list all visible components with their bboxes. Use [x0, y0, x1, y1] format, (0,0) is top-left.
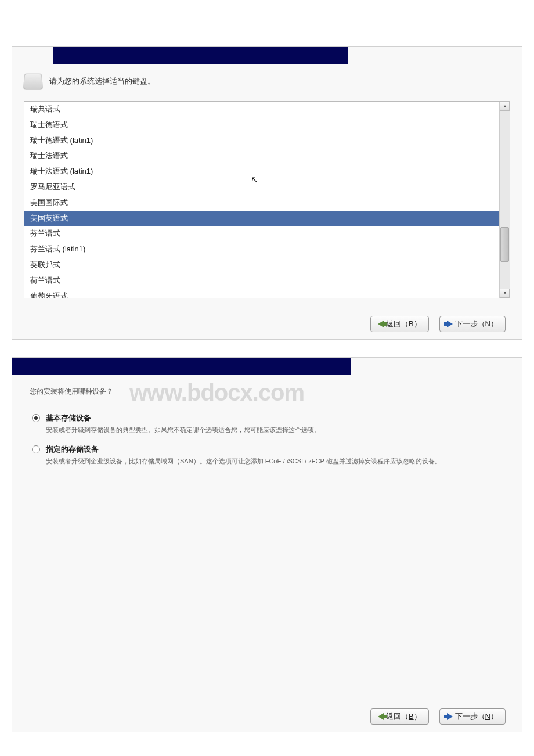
storage-selection-panel: 您的安装将使用哪种设备？ www.bdocx.com 基本存储设备安装或者升级到… [12, 357, 522, 732]
radio-title: 基本存储设备 [46, 413, 504, 423]
radio-title: 指定的存储设备 [46, 444, 504, 455]
back-button[interactable]: 返回（B） [370, 708, 429, 725]
keyboard-selection-panel: 请为您的系统选择适当的键盘。 瑞典语式瑞士德语式瑞士德语式 (latin1)瑞士… [12, 46, 522, 340]
window-titlebar [12, 358, 522, 375]
next-label: 下一步（ [455, 712, 485, 721]
scroll-track[interactable] [500, 111, 510, 289]
arrow-left-icon [378, 321, 384, 327]
keyboard-option[interactable]: 美国英语式 [24, 211, 499, 226]
keyboard-option[interactable]: 英联邦式 [24, 257, 499, 273]
arrow-right-icon [447, 321, 453, 327]
keyboard-option[interactable]: 葡萄牙语式 [24, 289, 499, 298]
scroll-thumb[interactable] [500, 227, 509, 262]
radio-button[interactable] [32, 445, 40, 453]
titlebar-accent [53, 47, 348, 64]
back-label: 返回（ [386, 712, 409, 721]
back-mnemonic: B [409, 712, 414, 721]
nav-button-row: 返回（B） 下一步（N） [12, 303, 522, 339]
keyboard-option[interactable]: 芬兰语式 [24, 226, 499, 242]
back-button[interactable]: 返回（B） [370, 316, 429, 332]
keyboard-listbox[interactable]: 瑞典语式瑞士德语式瑞士德语式 (latin1)瑞士法语式瑞士法语式 (latin… [24, 102, 499, 298]
keyboard-listbox-container: 瑞典语式瑞士德语式瑞士德语式 (latin1)瑞士法语式瑞士法语式 (latin… [24, 101, 510, 298]
radio-description: 安装或者升级到存储设备的典型类型。如果您不确定哪个选项适合您，您可能应该选择这个… [46, 425, 504, 435]
radio-button[interactable] [32, 414, 40, 422]
next-label: 下一步（ [455, 319, 485, 328]
content-spacer [12, 481, 522, 696]
radio-content: 指定的存储设备安装或者升级到企业级设备，比如存储局域网（SAN）。这个选项可让您… [46, 444, 504, 466]
window-titlebar [12, 47, 522, 64]
keyboard-option[interactable]: 瑞士德语式 (latin1) [24, 133, 499, 149]
arrow-right-icon [447, 713, 453, 720]
keyboard-option[interactable]: 瑞士法语式 (latin1) [24, 164, 499, 179]
back-mnemonic: B [409, 319, 414, 328]
scrollbar[interactable]: ▴ ▾ [499, 102, 510, 298]
next-mnemonic: N [485, 319, 490, 328]
next-mnemonic: N [485, 712, 490, 721]
storage-radio-group: 基本存储设备安装或者升级到存储设备的典型类型。如果您不确定哪个选项适合您，您可能… [12, 413, 522, 481]
storage-option[interactable]: 指定的存储设备安装或者升级到企业级设备，比如存储局域网（SAN）。这个选项可让您… [32, 444, 504, 466]
question-row: 您的安装将使用哪种设备？ www.bdocx.com [12, 375, 522, 413]
keyboard-option[interactable]: 罗马尼亚语式 [24, 179, 499, 195]
keyboard-option[interactable]: 瑞士法语式 [24, 148, 499, 164]
question-text: 您的安装将使用哪种设备？ [30, 387, 113, 397]
keyboard-option[interactable]: 美国国际式 [24, 195, 499, 211]
header-text: 请为您的系统选择适当的键盘。 [49, 76, 155, 87]
radio-description: 安装或者升级到企业级设备，比如存储局域网（SAN）。这个选项可让您添加 FCoE… [46, 456, 504, 466]
scroll-up-button[interactable]: ▴ [500, 102, 510, 111]
keyboard-option[interactable]: 荷兰语式 [24, 273, 499, 289]
nav-button-row: 返回（B） 下一步（N） [12, 696, 522, 732]
radio-content: 基本存储设备安装或者升级到存储设备的典型类型。如果您不确定哪个选项适合您，您可能… [46, 413, 504, 435]
arrow-left-icon [378, 713, 384, 720]
storage-option[interactable]: 基本存储设备安装或者升级到存储设备的典型类型。如果您不确定哪个选项适合您，您可能… [32, 413, 504, 435]
keyboard-option[interactable]: 芬兰语式 (latin1) [24, 242, 499, 257]
watermark-text: www.bdocx.com [129, 380, 304, 406]
next-button[interactable]: 下一步（N） [439, 708, 506, 725]
panel-header: 请为您的系统选择适当的键盘。 [12, 64, 522, 101]
scroll-down-button[interactable]: ▾ [500, 289, 510, 298]
back-label: 返回（ [386, 319, 409, 328]
keyboard-icon [23, 74, 43, 90]
next-button[interactable]: 下一步（N） [439, 316, 506, 332]
keyboard-option[interactable]: 瑞士德语式 [24, 117, 499, 133]
titlebar-accent [12, 358, 351, 375]
keyboard-option[interactable]: 瑞典语式 [24, 102, 499, 117]
